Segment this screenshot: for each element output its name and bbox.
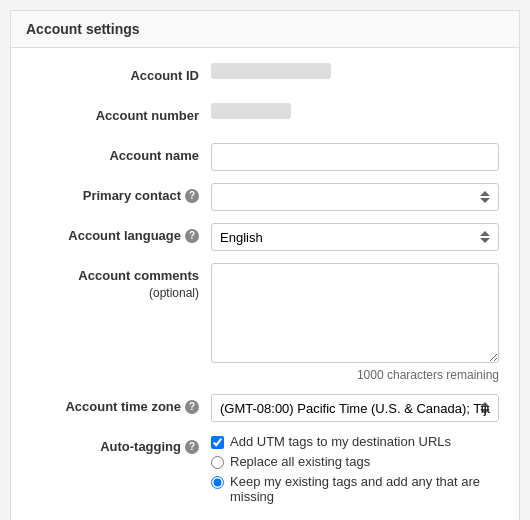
account-timezone-label: Account time zone ? [31,394,211,414]
primary-contact-help-icon[interactable]: ? [185,189,199,203]
account-timezone-select[interactable]: (GMT-08:00) Pacific Time (U.S. & Canada)… [211,394,499,422]
account-name-label: Account name [31,143,211,163]
radio-replace-item: Replace all existing tags [211,454,499,469]
account-comments-label: Account comments (optional) [31,263,211,302]
account-number-row: Account number [31,103,499,131]
account-number-blurred [211,103,291,119]
account-language-row: Account language ? English Spanish Frenc… [31,223,499,251]
account-id-blurred [211,63,331,79]
account-language-label: Account language ? [31,223,211,243]
account-settings-panel: Account settings Account ID Account numb… [10,10,520,520]
primary-contact-field-wrapper [211,183,499,211]
utm-checkbox-label: Add UTM tags to my destination URLs [230,434,451,449]
account-language-select-wrapper: English Spanish French German [211,223,499,251]
account-id-row: Account ID [31,63,499,91]
radio-keep-label: Keep my existing tags and add any that a… [230,474,499,504]
account-name-input[interactable] [211,143,499,171]
account-number-label: Account number [31,103,211,123]
utm-checkbox[interactable] [211,436,224,449]
auto-tagging-label: Auto-tagging ? [31,434,211,454]
auto-tagging-checkbox-item: Add UTM tags to my destination URLs [211,434,499,449]
auto-tagging-options-wrapper: Add UTM tags to my destination URLs Repl… [211,434,499,504]
auto-tagging-radio-group: Replace all existing tags Keep my existi… [211,454,499,504]
primary-contact-row: Primary contact ? [31,183,499,211]
auto-tagging-row: Auto-tagging ? Add UTM tags to my destin… [31,434,499,504]
account-timezone-help-icon[interactable]: ? [185,400,199,414]
radio-keep[interactable] [211,476,224,489]
account-language-help-icon[interactable]: ? [185,229,199,243]
account-comments-textarea-wrapper: 1000 characters remaining [211,263,499,382]
radio-replace-label: Replace all existing tags [230,454,370,469]
auto-tagging-help-icon[interactable]: ? [185,440,199,454]
account-timezone-select-wrapper: (GMT-08:00) Pacific Time (U.S. & Canada)… [211,394,499,422]
char-count: 1000 characters remaining [211,368,499,382]
panel-body: Account ID Account number Account name [11,48,519,520]
account-id-label: Account ID [31,63,211,83]
account-language-field-wrapper: English Spanish French German [211,223,499,251]
account-id-value [211,63,499,79]
account-name-row: Account name [31,143,499,171]
account-name-field-wrapper [211,143,499,171]
radio-replace[interactable] [211,456,224,469]
account-timezone-field-wrapper: (GMT-08:00) Pacific Time (U.S. & Canada)… [211,394,499,422]
auto-tagging-options: Add UTM tags to my destination URLs Repl… [211,434,499,504]
primary-contact-select[interactable] [211,183,499,211]
panel-title: Account settings [11,11,519,48]
account-timezone-row: Account time zone ? (GMT-08:00) Pacific … [31,394,499,422]
radio-keep-item: Keep my existing tags and add any that a… [211,474,499,504]
primary-contact-select-wrapper [211,183,499,211]
account-comments-field-wrapper: 1000 characters remaining [211,263,499,382]
account-comments-textarea[interactable] [211,263,499,363]
primary-contact-label: Primary contact ? [31,183,211,203]
account-number-value [211,103,499,119]
account-language-select[interactable]: English Spanish French German [211,223,499,251]
account-comments-row: Account comments (optional) 1000 charact… [31,263,499,382]
